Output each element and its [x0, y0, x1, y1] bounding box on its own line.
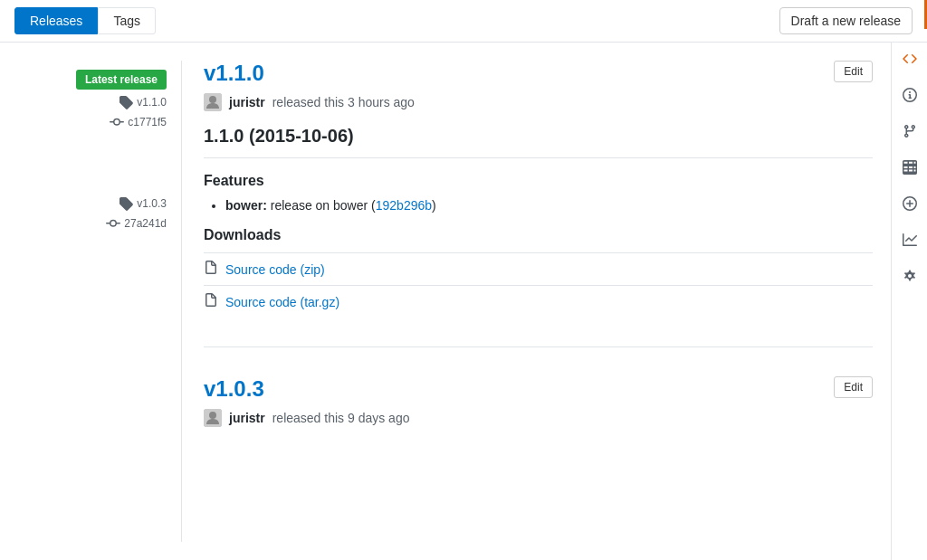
code-icon[interactable] — [901, 50, 919, 68]
release-2-tag-label: v1.0.3 — [137, 197, 167, 210]
download-zip-format: (zip) — [301, 262, 325, 277]
download-zip-label: Source code — [225, 262, 297, 277]
download-targz-icon — [204, 293, 218, 310]
feature-prefix: bower: — [225, 198, 267, 213]
release-2-edit-button[interactable]: Edit — [834, 376, 873, 398]
release-1-meta: juristr released this 3 hours ago — [204, 93, 873, 111]
table-icon[interactable] — [901, 158, 919, 176]
svg-point-1 — [209, 96, 216, 103]
downloads-title: Downloads — [204, 227, 873, 243]
feature-text: release on bower ( — [271, 198, 376, 213]
download-zip-link[interactable]: Source code (zip) — [225, 262, 325, 277]
release-2-avatar — [204, 409, 222, 427]
top-nav: Releases Tags Draft a new release — [0, 0, 927, 43]
feature-suffix: ) — [432, 198, 436, 213]
release-1-avatar — [204, 93, 222, 111]
release-1-commit-label: c1771f5 — [128, 116, 167, 128]
branch-icon[interactable] — [901, 122, 919, 140]
right-sidebar — [891, 43, 927, 560]
release-1-tag: v1.1.0 — [119, 95, 167, 109]
release-2-meta: juristr released this 9 days ago — [204, 409, 873, 427]
content-area: Latest release v1.1.0 c1771f5 v1.0.3 — [0, 43, 891, 560]
release-2-header: v1.0.3 Edit — [204, 376, 873, 402]
release-1-header: v1.1.0 Edit — [204, 61, 873, 86]
draft-new-release-button[interactable]: Draft a new release — [779, 7, 913, 34]
release-item-1: v1.1.0 Edit juristr released this 3 hour… — [204, 61, 873, 347]
download-targz[interactable]: Source code (tar.gz) — [204, 285, 873, 318]
main-layout: Latest release v1.1.0 c1771f5 v1.0.3 — [0, 43, 927, 560]
release-1-time: released this 3 hours ago — [272, 95, 415, 109]
release-1-author: juristr — [229, 95, 265, 109]
download-targz-format: (tar.gz) — [301, 295, 340, 309]
latest-release-badge: Latest release — [76, 70, 167, 90]
release-1-features-title: Features — [204, 173, 873, 189]
release-1-title: 1.1.0 (2015-10-06) — [204, 126, 873, 158]
info-icon[interactable] — [901, 86, 919, 104]
svg-point-3 — [209, 412, 216, 419]
release-1-edit-button[interactable]: Edit — [834, 61, 873, 82]
release-item-2: v1.0.3 Edit juristr released this 9 days… — [204, 376, 873, 470]
release-2-time: released this 9 days ago — [272, 411, 410, 425]
page-wrapper: Releases Tags Draft a new release Latest… — [0, 0, 927, 560]
tab-group: Releases Tags — [14, 7, 156, 34]
release-2-commit: 27a241d — [106, 216, 167, 231]
release-1-tag-label: v1.1.0 — [137, 96, 167, 109]
chart-icon[interactable] — [901, 231, 919, 249]
feature-commit-link[interactable]: 192b296b — [376, 198, 432, 213]
download-zip[interactable]: Source code (zip) — [204, 252, 873, 285]
release-1-commit: c1771f5 — [110, 115, 167, 129]
release-1-feature-item: bower: release on bower (192b296b) — [225, 198, 873, 213]
release-1-downloads: Downloads Source code (zip) — [204, 227, 873, 318]
release-1-body: Features bower: release on bower (192b29… — [204, 173, 873, 213]
release-2-commit-label: 27a241d — [124, 217, 167, 230]
tab-releases[interactable]: Releases — [14, 7, 98, 34]
tab-tags[interactable]: Tags — [98, 7, 156, 34]
release-2-tag: v1.0.3 — [119, 196, 167, 211]
download-zip-icon — [204, 261, 218, 278]
releases-list: v1.1.0 Edit juristr released this 3 hour… — [181, 61, 873, 542]
download-targz-link[interactable]: Source code (tar.gz) — [225, 295, 339, 309]
release-2-author: juristr — [229, 411, 265, 425]
download-targz-label: Source code — [225, 295, 297, 309]
release-1-version-link[interactable]: v1.1.0 — [204, 61, 264, 86]
release-2-version-link[interactable]: v1.0.3 — [204, 376, 264, 402]
gear-icon[interactable] — [901, 267, 919, 285]
pulse-icon[interactable] — [901, 195, 919, 213]
release-1-features-list: bower: release on bower (192b296b) — [204, 198, 873, 213]
